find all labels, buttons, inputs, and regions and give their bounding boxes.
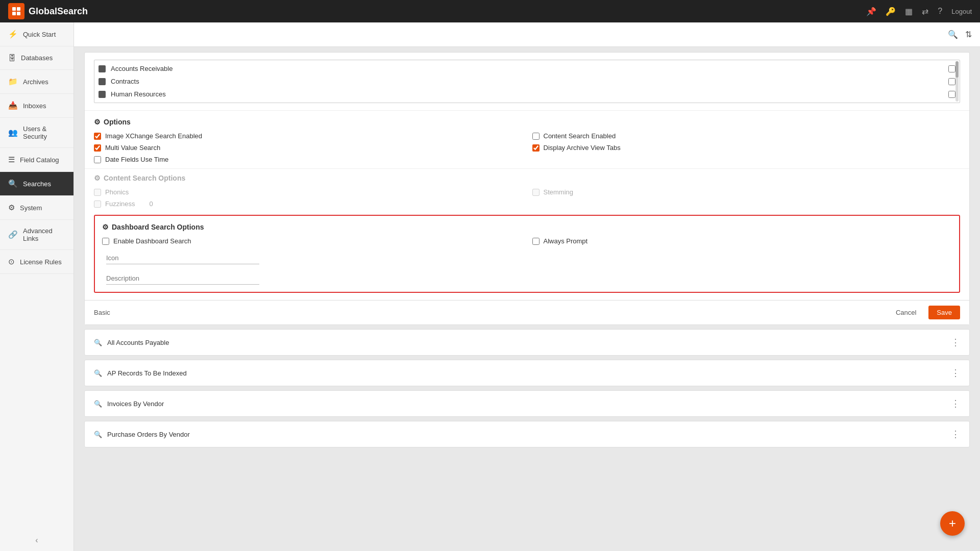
archive-checkbox-hr[interactable]	[948, 91, 955, 98]
sort-toolbar-icon[interactable]: ⇅	[965, 30, 972, 39]
sidebar-item-archives[interactable]: 📁 Archives	[0, 70, 74, 94]
content-search-title: ⚙ Content Search Options	[94, 174, 960, 182]
key-icon[interactable]: 🔑	[886, 7, 896, 16]
expanded-search-card: Accounts Receivable Contracts Human Reso…	[84, 52, 970, 325]
checkbox-enable-dashboard[interactable]	[102, 238, 109, 245]
checkbox-phonics[interactable]	[94, 189, 101, 196]
search-list-icon-2: 🔍	[94, 400, 102, 408]
databases-icon: 🗄	[8, 54, 16, 62]
search-list-item-0: 🔍 All Accounts Payable ⋮	[84, 329, 970, 356]
sidebar-item-users-security[interactable]: 👥 Users & Security	[0, 118, 74, 148]
sidebar-item-advanced-links[interactable]: 🔗 Advanced Links	[0, 220, 74, 250]
option-stemming: Stemming	[532, 188, 961, 196]
sidebar-item-field-catalog[interactable]: ☰ Field Catalog	[0, 148, 74, 172]
advanced-links-icon: 🔗	[8, 230, 18, 239]
checkbox-multi-value[interactable]	[94, 144, 101, 152]
archive-item-accounts-receivable: Accounts Receivable	[99, 62, 955, 75]
option-fuzziness: Fuzziness 0	[94, 200, 522, 208]
archive-label: Accounts Receivable	[111, 65, 173, 72]
scrollbar-track	[955, 61, 959, 102]
dashboard-options-grid: Enable Dashboard Search Always Prompt	[102, 237, 952, 245]
add-fab-button[interactable]: +	[940, 511, 965, 536]
search-list-item-left-3: 🔍 Purchase Orders By Vendor	[94, 431, 190, 438]
search-list-item-3: 🔍 Purchase Orders By Vendor ⋮	[84, 421, 970, 447]
sidebar-item-searches[interactable]: 🔍 Searches	[0, 172, 74, 196]
options-section: ⚙ Options Image XChange Search Enabled C…	[85, 110, 969, 168]
option-display-archive-tabs: Display Archive View Tabs	[532, 144, 961, 152]
save-button[interactable]: Save	[928, 306, 960, 319]
archives-scroll-section: Accounts Receivable Contracts Human Reso…	[85, 53, 969, 110]
archive-item-contracts: Contracts	[99, 75, 955, 88]
options-title: ⚙ Options	[94, 118, 960, 126]
license-rules-icon: ⊙	[8, 257, 15, 266]
archive-color-icon-2	[99, 78, 106, 85]
users-icon: 👥	[8, 128, 18, 137]
archive-color-icon-3	[99, 91, 106, 98]
main-layout: ⚡ Quick Start 🗄 Databases 📁 Archives 📥 I…	[0, 22, 980, 551]
checkbox-date-fields[interactable]	[94, 156, 101, 163]
dashboard-search-section: ⚙ Dashboard Search Options Enable Dashbo…	[94, 215, 960, 293]
content-search-section: ⚙ Content Search Options Phonics Stemmin…	[85, 168, 969, 215]
pin-icon[interactable]: 📌	[866, 7, 876, 16]
sidebar: ⚡ Quick Start 🗄 Databases 📁 Archives 📥 I…	[0, 22, 74, 551]
archive-checkbox-contracts[interactable]	[948, 78, 955, 85]
search-list-item-left-2: 🔍 Invoices By Vendor	[94, 400, 164, 408]
search-toolbar-icon[interactable]: 🔍	[948, 30, 958, 39]
checkbox-stemming[interactable]	[532, 189, 540, 196]
cancel-button[interactable]: Cancel	[890, 306, 922, 319]
kebab-menu-1[interactable]: ⋮	[951, 367, 960, 379]
checkbox-content-search[interactable]	[532, 133, 540, 140]
app-logo-icon	[8, 3, 24, 19]
panel-wrapper: Accounts Receivable Contracts Human Reso…	[74, 47, 980, 453]
sidebar-item-system[interactable]: ⚙ System	[0, 196, 74, 220]
scrollbar-thumb	[955, 61, 959, 78]
sidebar-item-inboxes[interactable]: 📥 Inboxes	[0, 94, 74, 118]
option-phonics: Phonics	[94, 188, 522, 196]
content-search-grid: Phonics Stemming Fuzziness 0	[94, 188, 960, 208]
sidebar-item-license-rules[interactable]: ⊙ License Rules	[0, 250, 74, 274]
search-list-item-left-0: 🔍 All Accounts Payable	[94, 339, 169, 346]
svg-rect-0	[12, 7, 16, 11]
icon-input[interactable]	[106, 252, 259, 264]
option-image-xchange: Image XChange Search Enabled	[94, 132, 522, 140]
checkbox-image-xchange[interactable]	[94, 133, 101, 140]
system-icon: ⚙	[8, 203, 15, 212]
grid-icon[interactable]: ▦	[905, 7, 913, 16]
archive-color-icon	[99, 65, 106, 72]
checkbox-display-archive-tabs[interactable]	[532, 144, 540, 152]
sidebar-item-databases[interactable]: 🗄 Databases	[0, 46, 74, 70]
search-list-icon-1: 🔍	[94, 369, 102, 377]
checkbox-always-prompt[interactable]	[532, 238, 540, 245]
gear-icon: ⚙	[94, 118, 101, 126]
archive-scroll-container[interactable]: Accounts Receivable Contracts Human Reso…	[94, 60, 960, 103]
app-name: GlobalSearch	[29, 6, 88, 17]
kebab-menu-3[interactable]: ⋮	[951, 429, 960, 440]
search-list-item-2: 🔍 Invoices By Vendor ⋮	[84, 390, 970, 417]
logo-area: GlobalSearch	[8, 3, 88, 19]
content-toolbar: 🔍 ⇅	[74, 22, 980, 47]
option-content-search: Content Search Enabled	[532, 132, 961, 140]
kebab-menu-0[interactable]: ⋮	[951, 337, 960, 348]
checkbox-fuzziness[interactable]	[94, 201, 101, 208]
sidebar-collapse-button[interactable]: ‹	[0, 530, 74, 551]
kebab-menu-2[interactable]: ⋮	[951, 398, 960, 409]
share-icon[interactable]: ⇄	[922, 7, 928, 16]
field-catalog-icon: ☰	[8, 155, 15, 164]
search-list-icon-3: 🔍	[94, 431, 102, 438]
archives-icon: 📁	[8, 77, 18, 86]
inboxes-icon: 📥	[8, 101, 18, 110]
sidebar-item-quick-start[interactable]: ⚡ Quick Start	[0, 22, 74, 46]
top-nav-actions: 📌 🔑 ▦ ⇄ ? Logout	[866, 7, 972, 16]
search-list-item-1: 🔍 AP Records To Be Indexed ⋮	[84, 360, 970, 386]
svg-rect-2	[12, 12, 16, 15]
dashboard-inputs	[102, 252, 952, 285]
description-input[interactable]	[106, 272, 259, 285]
option-multi-value: Multi Value Search	[94, 144, 522, 152]
help-icon[interactable]: ?	[938, 7, 942, 16]
gear-icon-3: ⚙	[102, 223, 109, 231]
archive-item-hr: Human Resources	[99, 88, 955, 101]
expanded-card-bottom-bar: Basic Cancel Save	[85, 300, 969, 324]
archive-checkbox-ar[interactable]	[948, 65, 955, 72]
gear-icon-2: ⚙	[94, 174, 101, 182]
logout-button[interactable]: Logout	[951, 8, 972, 15]
